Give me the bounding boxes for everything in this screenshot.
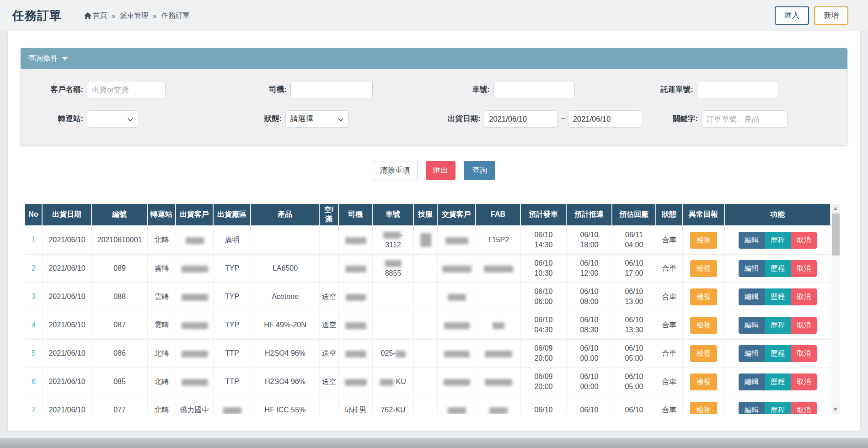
cancel-button[interactable]: 取消 <box>791 260 817 277</box>
view-button[interactable]: 檢視 <box>690 373 717 390</box>
view-button[interactable]: 檢視 <box>690 232 717 249</box>
cell-abnormal-report: 檢視 <box>683 226 725 255</box>
scroll-up-button[interactable] <box>832 204 840 213</box>
cell-deliver-customer <box>438 226 476 255</box>
import-button[interactable]: 匯入 <box>775 6 809 25</box>
reset-button[interactable]: 清除重填 <box>373 161 418 180</box>
cell-ship-plant <box>214 396 251 414</box>
status-select[interactable]: 請選擇 <box>285 110 348 128</box>
cell-text: 合車 <box>662 378 677 385</box>
history-button[interactable]: 歷程 <box>765 317 791 334</box>
content-card: 查詢條件 客戶名稱: 司機: 車號: 託運單號: <box>8 31 860 431</box>
table-row: 12021/06/1020210610001北轉廣明-3112T15P206/1… <box>25 226 831 255</box>
cell-no: 5 <box>25 340 43 368</box>
scrollbar-thumb[interactable] <box>832 213 840 256</box>
customer-name-label: 客戶名稱: <box>27 85 83 95</box>
table-row: 22021/06/10089雲轉TYPLA6500885506/1010:300… <box>25 255 831 283</box>
column-header-ship-plant: 出貨廠區 <box>214 204 251 226</box>
cell-text: 合車 <box>662 293 677 300</box>
add-button[interactable]: 新增 <box>814 6 848 25</box>
blurred-text <box>448 407 466 414</box>
cell-text: 合車 <box>662 406 677 414</box>
history-button[interactable]: 歷程 <box>765 345 791 362</box>
history-button[interactable]: 歷程 <box>765 373 791 390</box>
transfer-station-select[interactable] <box>87 110 138 128</box>
cell-text: 06/10 <box>625 406 643 414</box>
cell-text: 06/10 <box>580 259 598 267</box>
customer-name-input[interactable] <box>87 81 166 98</box>
cell-text: 北轉 <box>155 378 169 385</box>
cell-product: Acetone <box>251 283 320 311</box>
cancel-button[interactable]: 取消 <box>791 345 817 362</box>
cell-text: 8855 <box>385 269 402 277</box>
ship-date-from-input[interactable] <box>484 110 558 128</box>
cell-actions: 編輯歷程取消 <box>725 340 831 368</box>
row-number-link[interactable]: 6 <box>32 378 36 385</box>
cancel-button[interactable]: 取消 <box>791 402 817 414</box>
cell-abnormal-report: 檢視 <box>683 255 725 283</box>
breadcrumb-section[interactable]: 派車管理 <box>120 11 148 21</box>
table-scrollbar[interactable] <box>832 204 840 414</box>
waybill-no-label: 託運單號: <box>638 85 693 95</box>
column-header-empty-full: 空/滿 <box>320 204 339 226</box>
cell-text: 08:00 <box>580 298 598 305</box>
edit-button[interactable]: 編輯 <box>739 345 765 362</box>
keyword-input[interactable] <box>702 110 788 128</box>
cell-text: 025- <box>380 349 395 357</box>
cell-fab <box>476 311 521 340</box>
cancel-button[interactable]: 取消 <box>791 317 817 334</box>
row-number-link[interactable]: 3 <box>32 293 36 300</box>
cancel-button[interactable]: 取消 <box>791 232 817 249</box>
cell-text: - <box>401 231 403 239</box>
cell-abnormal-report: 檢視 <box>683 311 725 340</box>
view-button[interactable]: 檢視 <box>690 317 717 334</box>
row-number-link[interactable]: 7 <box>32 406 36 414</box>
ship-date-to-input[interactable] <box>568 110 642 128</box>
export-button[interactable]: 匯出 <box>426 161 455 180</box>
column-header-arrive-time: 預計抵達 <box>567 204 612 226</box>
edit-button[interactable]: 編輯 <box>739 373 765 390</box>
query-panel-header[interactable]: 查詢條件 <box>21 48 847 69</box>
driver-input[interactable] <box>290 81 373 98</box>
cell-text: 13:30 <box>625 326 643 334</box>
cancel-button[interactable]: 取消 <box>791 288 817 305</box>
edit-button[interactable]: 編輯 <box>739 288 765 305</box>
edit-button[interactable]: 編輯 <box>739 317 765 334</box>
waybill-no-input[interactable] <box>697 81 778 98</box>
history-button[interactable]: 歷程 <box>765 232 791 249</box>
row-number-link[interactable]: 1 <box>32 236 36 244</box>
edit-button[interactable]: 編輯 <box>739 402 765 414</box>
scroll-down-button[interactable] <box>832 405 840 414</box>
blurred-text <box>485 351 512 357</box>
cell-code: 085 <box>92 368 148 396</box>
cancel-button[interactable]: 取消 <box>791 373 817 390</box>
cell-deliver-customer <box>438 340 476 368</box>
cell-text: 05:00 <box>625 354 643 362</box>
cell-text: 087 <box>113 321 126 329</box>
search-button[interactable]: 查詢 <box>464 161 495 180</box>
view-button[interactable]: 檢視 <box>690 288 717 305</box>
row-number-link[interactable]: 4 <box>32 321 36 329</box>
history-button[interactable]: 歷程 <box>765 260 791 277</box>
cell-return-time: 06/1104:00 <box>612 226 656 255</box>
cell-text: 089 <box>113 264 126 272</box>
cell-text: 06/10 <box>625 373 643 380</box>
row-number-link[interactable]: 2 <box>32 264 36 272</box>
cell-text: 06/10 <box>534 231 552 239</box>
edit-button[interactable]: 編輯 <box>739 232 765 249</box>
breadcrumb-home[interactable]: 首頁 <box>84 11 107 21</box>
cell-text: 雲轉 <box>155 293 169 300</box>
cell-empty-full: 送空 <box>320 340 339 368</box>
truck-no-input[interactable] <box>493 81 575 98</box>
view-button[interactable]: 檢視 <box>690 345 717 362</box>
view-button[interactable]: 檢視 <box>690 260 717 277</box>
history-button[interactable]: 歷程 <box>765 288 791 305</box>
cell-text: 06:00 <box>534 298 552 305</box>
row-number-link[interactable]: 5 <box>32 349 36 357</box>
table-row: 52021/06/10086北轉TTPH2SO4 96%送空025-06/092… <box>25 340 831 368</box>
history-button[interactable]: 歷程 <box>765 402 791 414</box>
view-button[interactable]: 檢視 <box>690 402 717 414</box>
cell-text: 06/10 <box>625 316 643 324</box>
edit-button[interactable]: 編輯 <box>739 260 765 277</box>
cell-transfer-station: 北轉 <box>148 340 176 368</box>
